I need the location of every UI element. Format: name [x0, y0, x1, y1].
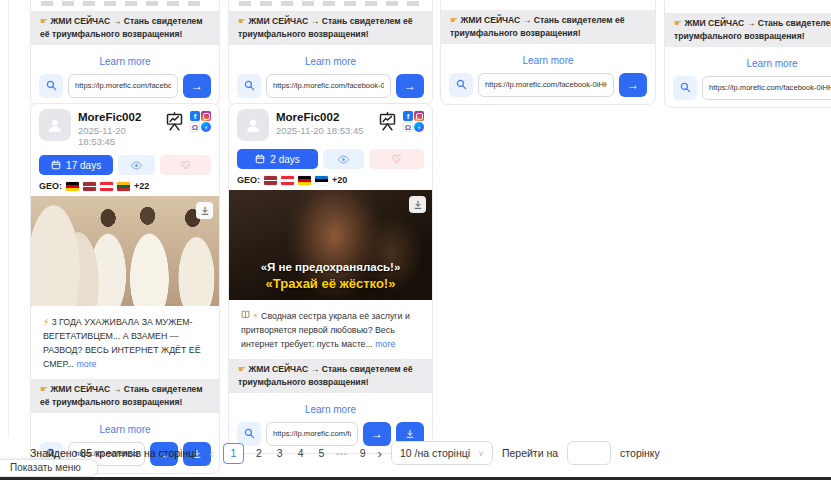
messenger-icon[interactable] [201, 122, 211, 132]
advertiser-name: MoreFic002 [276, 111, 370, 123]
search-icon[interactable] [237, 74, 261, 98]
landing-url-input[interactable] [68, 74, 178, 98]
facebook-icon[interactable] [190, 111, 200, 121]
learn-more-link[interactable]: Learn more [229, 56, 432, 67]
page-5[interactable]: 5 [315, 447, 327, 459]
download-icon [405, 429, 415, 439]
cta-text: ЖМИ СЕЙЧАС → Стань свидетелем её триумфа… [238, 16, 413, 39]
pages-ellipsis[interactable]: ••• [336, 449, 347, 458]
audience-network-icon[interactable] [403, 122, 413, 132]
avatar [237, 109, 269, 141]
pointing-hand-icon: ☛ [238, 16, 246, 26]
country-flag [83, 182, 96, 191]
country-flag [66, 182, 79, 191]
creative-datetime: 2025-11-20 18:53:45 [78, 125, 157, 147]
page-4[interactable]: 4 [295, 447, 307, 459]
page-last[interactable]: 9 [357, 447, 369, 459]
open-url-button[interactable]: → [183, 74, 211, 98]
heart-icon: ♡ [181, 159, 191, 172]
creative-card-tail: ☛ ЖМИ СЕЙЧАС → Стань свидетелем её триум… [664, 0, 831, 108]
search-icon[interactable] [449, 73, 473, 97]
cta-bar: ☛ ЖМИ СЕЙЧАС → Стань свидетелем её триум… [441, 10, 655, 44]
country-flag [315, 176, 328, 185]
clipped-content [41, 1, 209, 6]
cta-text: ЖМИ СЕЙЧАС → Стань свидетелем её триумфа… [238, 364, 413, 387]
geo-more-count[interactable]: +22 [134, 181, 149, 191]
heart-icon: ♡ [391, 153, 401, 166]
arrow-right-icon: → [191, 79, 203, 93]
goto-suffix-label: сторінку [620, 447, 660, 459]
show-menu-button[interactable]: Показать меню [0, 459, 98, 477]
open-url-button[interactable]: → [619, 73, 647, 97]
arrow-right-icon: → [627, 78, 639, 92]
ad-text: ⚡ 3 ГОДА УХАЖИВАЛА ЗА МУЖЕМ-ВЕГЕТАТИВЦЕМ… [31, 306, 219, 379]
ad-library-page: ☛ ЖМИ СЕЙЧАС → Стань свидетелем её триум… [0, 0, 831, 480]
creative-card: MoreFic002 2025-11-20 18:53:45 2 days ♡ [228, 103, 433, 454]
creative-image[interactable]: «Я не предохранялась!» «Трахай её жёстко… [229, 190, 432, 300]
pointing-hand-icon: ☛ [40, 384, 48, 394]
next-page-button[interactable]: › [378, 446, 382, 461]
more-link[interactable]: more [76, 359, 96, 369]
favorite-button[interactable]: ♡ [160, 155, 211, 175]
learn-more-link[interactable]: Learn more [441, 55, 655, 66]
page-3[interactable]: 3 [274, 447, 286, 459]
creative-card-tail: ИНТЕРНЕТ ЖДЁТ ЕЁ СМЕР... more ☛ ЖМИ СЕЙЧ… [440, 0, 656, 105]
pointing-hand-icon: ☛ [238, 364, 246, 374]
days-active-button[interactable]: 2 days [237, 149, 318, 169]
chevron-down-icon: ∨ [478, 449, 484, 458]
page-size-select[interactable]: 10 /на сторінці∨ [391, 441, 493, 465]
cta-text: ЖМИ СЕЙЧАС → Стань свидетелем её триумфа… [40, 384, 203, 407]
arrow-right-icon: → [371, 427, 383, 441]
book-icon [241, 310, 250, 319]
cta-text: ЖМИ СЕЙЧАС → Стань свидетелем её триумфа… [450, 15, 625, 38]
days-active-button[interactable]: 17 days [39, 155, 113, 175]
learn-more-link[interactable]: Learn more [31, 56, 219, 67]
presentation-board-icon[interactable] [164, 111, 185, 136]
audience-network-icon[interactable] [190, 122, 200, 132]
instagram-icon[interactable] [201, 111, 211, 121]
country-flag [264, 176, 277, 185]
search-icon[interactable] [673, 76, 697, 100]
learn-more-link[interactable]: Learn more [229, 404, 432, 415]
download-icon [200, 206, 210, 216]
search-icon[interactable] [39, 74, 63, 98]
presentation-board-icon[interactable] [377, 111, 398, 136]
cta-bar: ☛ ЖМИ СЕЙЧАС → Стань свидетелем её триум… [31, 379, 219, 413]
download-image-button[interactable] [196, 202, 213, 219]
days-label: 17 days [66, 160, 101, 171]
prev-page-button[interactable]: ‹ [210, 446, 214, 461]
ad-text: ⚡ Сводная сестра украла её заслуги и при… [229, 300, 432, 359]
landing-url-input[interactable] [266, 74, 391, 98]
cta-bar: ☛ ЖМИ СЕЙЧАС → Стань свидетелем её триум… [229, 359, 432, 393]
more-link[interactable]: more [375, 339, 395, 349]
cta-bar: ☛ ЖМИ СЕЙЧАС → Стань свидетелем её триум… [665, 13, 831, 47]
geo-more-count[interactable]: +20 [332, 175, 347, 185]
page-2[interactable]: 2 [253, 447, 265, 459]
learn-more-link[interactable]: Learn more [31, 424, 219, 435]
goto-page-input[interactable] [567, 441, 611, 465]
geo-label: GEO: [237, 175, 260, 185]
instagram-icon[interactable] [414, 111, 424, 121]
pointing-hand-icon: ☛ [40, 16, 48, 26]
calendar-icon [255, 154, 265, 164]
creative-card-tail: ☛ ЖМИ СЕЙЧАС → Стань свидетелем её триум… [30, 0, 220, 106]
advertiser-name: MoreFic002 [78, 111, 157, 123]
download-image-button[interactable] [409, 196, 426, 213]
eye-icon [130, 159, 143, 172]
learn-more-link[interactable]: Learn more [665, 58, 831, 69]
pointing-hand-icon: ☛ [450, 15, 458, 25]
landing-url-input[interactable] [478, 73, 614, 97]
cta-text: ЖМИ СЕЙЧАС → Стань свидетелем её триумфа… [40, 16, 203, 39]
facebook-icon[interactable] [403, 111, 413, 121]
creative-image[interactable] [31, 196, 219, 306]
views-button[interactable] [323, 149, 364, 169]
open-url-button[interactable]: → [396, 74, 424, 98]
country-flag [117, 182, 130, 191]
page-1-active[interactable]: 1 [223, 443, 244, 464]
arrow-right-icon: → [404, 79, 416, 93]
landing-url-input[interactable] [702, 76, 831, 100]
favorite-button[interactable]: ♡ [369, 149, 424, 169]
days-label: 2 days [270, 154, 299, 165]
views-button[interactable] [118, 155, 155, 175]
messenger-icon[interactable] [414, 122, 424, 132]
